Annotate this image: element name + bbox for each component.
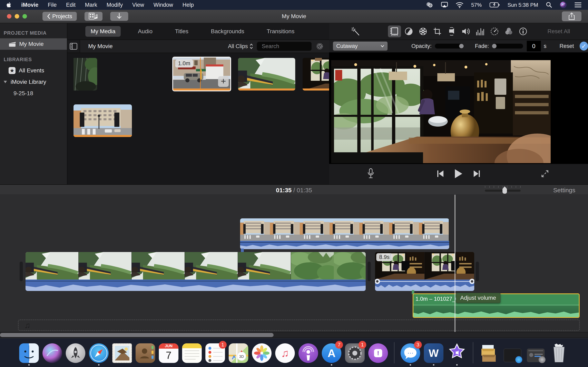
sidebar-item-all-events[interactable]: ★ All Events (0, 65, 67, 76)
dock-podcasts[interactable] (298, 342, 319, 363)
fade-handle-left[interactable] (375, 279, 380, 284)
dock-finder[interactable] (19, 342, 39, 363)
all-clips-filter[interactable]: All Clips (228, 43, 253, 50)
color-balance-icon[interactable] (402, 25, 415, 37)
clip-edge-handle[interactable] (367, 262, 371, 281)
fade-handle-right[interactable] (469, 279, 474, 284)
crop-icon[interactable] (431, 25, 444, 37)
menu-edit[interactable]: Edit (66, 2, 76, 8)
dock-notes[interactable] (182, 342, 202, 363)
dock-minimized-window-updater[interactable] (526, 342, 546, 363)
timeline-settings-button[interactable]: Settings (553, 187, 575, 194)
dock-reminders[interactable]: 1 (205, 342, 225, 363)
color-filters-icon[interactable] (502, 25, 515, 37)
clip-edge-handle[interactable] (476, 262, 479, 281)
timeline-scrollbar-track[interactable] (0, 333, 588, 337)
dock-trash[interactable] (549, 342, 569, 363)
dock-mail[interactable] (112, 342, 132, 363)
voiceover-mic-icon[interactable] (367, 168, 374, 179)
download-button[interactable] (110, 12, 128, 21)
volume-icon[interactable] (459, 25, 472, 37)
timeline-scrollbar-thumb[interactable] (0, 333, 274, 337)
play-button[interactable] (454, 169, 463, 179)
apple-menu-icon[interactable] (7, 2, 12, 8)
dock-contacts[interactable] (135, 342, 156, 363)
noise-reduction-eq-icon[interactable] (474, 25, 487, 37)
skip-forward-button[interactable] (473, 170, 480, 178)
dock-app-store[interactable]: A 7 (321, 342, 342, 363)
tab-audio[interactable]: Audio (132, 26, 158, 37)
timeline-cutaway-clip-city[interactable] (240, 218, 449, 249)
zoom-window-button[interactable] (22, 14, 27, 18)
clip-thumbnail-waterfall[interactable] (73, 58, 97, 91)
close-window-button[interactable] (7, 14, 11, 18)
airplay-icon[interactable] (441, 2, 448, 8)
sidebar-item-imovie-library[interactable]: iMovie Library (0, 76, 67, 88)
speed-icon[interactable] (488, 25, 501, 37)
dock-feedback-assistant[interactable]: ! (368, 342, 388, 363)
share-button[interactable] (562, 11, 581, 21)
menu-view[interactable]: View (132, 2, 144, 8)
content-filter-clock-icon[interactable] (315, 42, 324, 51)
background-music-well[interactable]: ♫ (18, 319, 580, 331)
dock-photos[interactable] (251, 342, 272, 363)
color-correction-icon[interactable] (416, 25, 430, 37)
apply-checkmark-button[interactable]: ✓ (580, 42, 588, 50)
menu-file[interactable]: File (48, 2, 57, 8)
dock-launchpad[interactable] (65, 342, 86, 363)
skip-back-button[interactable] (437, 170, 444, 178)
timeline-clip-train[interactable] (26, 252, 366, 291)
menu-modify[interactable]: Modify (107, 2, 123, 8)
video-preview-coffee-shop[interactable] (331, 60, 551, 163)
spotlight-icon[interactable] (546, 2, 552, 8)
tab-my-media[interactable]: My Media (85, 26, 121, 37)
menu-clock[interactable]: Sun 5:38 PM (508, 2, 538, 8)
menu-window[interactable]: Window (154, 2, 173, 8)
tab-titles[interactable]: Titles (170, 26, 194, 37)
wifi-icon[interactable] (456, 2, 463, 8)
info-icon[interactable] (517, 25, 530, 37)
dock-imovie[interactable] (447, 342, 467, 363)
menu-mark[interactable]: Mark (85, 2, 97, 8)
dock-word[interactable]: W (424, 342, 444, 363)
dock-calendar[interactable]: JUN 7 (158, 342, 179, 363)
opacity-slider[interactable] (435, 44, 464, 49)
menu-app-name[interactable]: iMovie (21, 2, 38, 8)
dock-music[interactable]: ♫ (275, 342, 295, 363)
sidebar-toggle-button[interactable] (67, 40, 80, 53)
reset-button[interactable]: Reset (559, 43, 574, 49)
search-field[interactable] (257, 42, 311, 51)
timeline-clip-coffee[interactable]: 8.9s (375, 252, 474, 291)
dock-minimized-window-dark[interactable] (502, 342, 523, 363)
disclosure-triangle-icon[interactable] (3, 80, 7, 83)
sidebar-item-my-movie[interactable]: My Movie (0, 38, 67, 50)
dock-downloads-stack[interactable] (479, 342, 499, 363)
clip-edge-handle[interactable] (20, 262, 23, 281)
dock-maps[interactable]: 3D (228, 342, 249, 363)
fade-duration-value[interactable]: 0 (527, 41, 541, 51)
dock-system-preferences[interactable]: 1 (345, 342, 365, 363)
tab-backgrounds[interactable]: Backgrounds (206, 26, 250, 37)
fullscreen-icon[interactable] (541, 169, 549, 178)
media-import-button[interactable] (85, 12, 103, 21)
fade-slider[interactable] (492, 44, 523, 49)
back-to-projects-button[interactable]: Projects (43, 12, 77, 21)
dock-safari[interactable] (89, 342, 109, 363)
clip-thumbnail-street-selected[interactable]: 1.0m + (172, 57, 231, 91)
clip-thumbnail-city[interactable] (73, 104, 132, 137)
sidebar-item-event[interactable]: 9-25-18 (0, 88, 67, 99)
tab-transitions[interactable]: Transitions (261, 26, 300, 37)
minimize-window-button[interactable] (15, 14, 19, 18)
sync-status-icon[interactable] (426, 2, 433, 8)
clip-thumbnail-train[interactable] (238, 58, 295, 91)
timeline-playhead[interactable] (455, 195, 455, 332)
reset-all-button[interactable]: Reset All (548, 28, 570, 35)
enhance-wand-icon[interactable] (350, 25, 363, 37)
dock-siri[interactable] (42, 342, 62, 363)
add-to-timeline-button[interactable]: + (218, 76, 229, 87)
menu-help[interactable]: Help (182, 2, 194, 8)
overlay-mode-select[interactable]: Cutaway (333, 42, 388, 51)
timeline-zoom-slider[interactable] (485, 190, 521, 192)
overlay-settings-icon[interactable] (388, 25, 401, 37)
battery-icon[interactable] (490, 2, 500, 8)
